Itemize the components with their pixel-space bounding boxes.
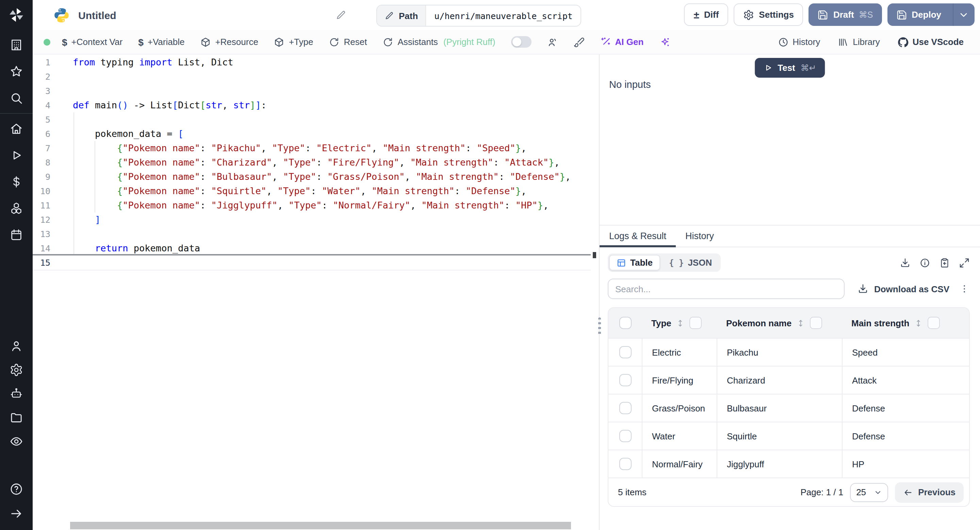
- row-checkbox[interactable]: [619, 402, 631, 414]
- sort-icon[interactable]: [796, 318, 805, 327]
- gear-icon: [743, 9, 754, 20]
- code-editor[interactable]: 1from typing import List, Dict234def mai…: [33, 54, 599, 530]
- code-line-9[interactable]: 9 {"Pokemon name": "Bulbasaur", "Type": …: [33, 170, 599, 184]
- settings-button[interactable]: Settings: [733, 3, 803, 26]
- column-filter-box[interactable]: [928, 317, 940, 329]
- code-line-3[interactable]: 3: [33, 84, 599, 98]
- row-checkbox[interactable]: [619, 374, 631, 386]
- download-icon[interactable]: [900, 257, 911, 268]
- help-icon[interactable]: [10, 482, 23, 496]
- info-icon[interactable]: [920, 257, 930, 268]
- search-icon[interactable]: [10, 91, 23, 105]
- view-toggle-table[interactable]: Table: [609, 255, 660, 270]
- reset-button[interactable]: Reset: [329, 37, 367, 47]
- code-line-1[interactable]: 1from typing import List, Dict: [33, 55, 599, 69]
- row-checkbox[interactable]: [619, 458, 631, 470]
- building-icon[interactable]: [10, 38, 23, 52]
- draft-button[interactable]: Draft ⌘S: [809, 3, 882, 26]
- line-number: 10: [33, 184, 50, 198]
- column-header-pokemon-name[interactable]: Pokemon name: [717, 317, 842, 329]
- add-type-button[interactable]: +Type: [274, 37, 313, 47]
- editor-split-line[interactable]: [33, 254, 591, 255]
- test-button[interactable]: Test ⌘↵: [754, 58, 825, 78]
- line-content: return pokemon_data: [73, 241, 200, 255]
- splitter-handle[interactable]: [598, 318, 601, 335]
- code-line-5[interactable]: 5: [33, 112, 599, 127]
- history-button[interactable]: History: [778, 37, 820, 47]
- row-checkbox[interactable]: [619, 346, 631, 358]
- clipboard-copy-icon[interactable]: [939, 257, 950, 268]
- line-content: {"Pokemon name": "Bulbasaur", "Type": "G…: [73, 170, 571, 184]
- dollar-icon[interactable]: [10, 175, 23, 189]
- page-size-select[interactable]: 25: [850, 483, 888, 502]
- ai-gen-button[interactable]: AI Gen: [600, 37, 644, 47]
- search-input[interactable]: [608, 279, 845, 299]
- table-cell: Charizard: [717, 367, 842, 394]
- result-table: Type Pokemon name Main strength: [608, 307, 970, 507]
- right-panel: Test ⌘↵ No inputs Logs & Result History: [600, 54, 980, 530]
- line-number: 11: [33, 198, 50, 212]
- line-content: ]: [73, 212, 100, 227]
- code-line-4[interactable]: 4def main() -> List[Dict[str, str]]:: [33, 98, 599, 112]
- assistants-label: Assistants: [398, 37, 438, 47]
- gear-icon[interactable]: [10, 363, 23, 377]
- windmill-logo[interactable]: [0, 0, 33, 30]
- kebab-menu-icon[interactable]: [959, 283, 970, 294]
- play-icon[interactable]: [10, 148, 23, 162]
- add-context-var-button[interactable]: $ +Context Var: [62, 37, 123, 47]
- code-line-6[interactable]: 6 pokemon_data = [: [33, 127, 599, 141]
- column-header-type[interactable]: Type: [642, 317, 717, 329]
- boxes-icon[interactable]: [10, 202, 23, 215]
- home-icon[interactable]: [10, 122, 23, 136]
- select-all-checkbox[interactable]: [619, 317, 631, 329]
- row-checkbox[interactable]: [619, 430, 631, 442]
- user-icon[interactable]: [10, 339, 23, 353]
- assistant-toggle[interactable]: [511, 36, 531, 48]
- column-filter-box[interactable]: [690, 317, 702, 329]
- sort-icon[interactable]: [914, 318, 923, 327]
- assistants-button[interactable]: Assistants (Pyright Ruff): [382, 37, 495, 47]
- column-header-main-strength[interactable]: Main strength: [842, 317, 969, 329]
- use-vscode-button[interactable]: Use VScode: [898, 37, 964, 47]
- sort-icon[interactable]: [676, 318, 685, 327]
- view-toggle-json[interactable]: { } JSON: [662, 255, 719, 270]
- code-line-13[interactable]: 13: [33, 227, 599, 241]
- add-variable-button[interactable]: $ +Variable: [138, 37, 185, 47]
- code-line-10[interactable]: 10 {"Pokemon name": "Squirtle", "Type": …: [33, 184, 599, 198]
- add-resource-button[interactable]: +Resource: [200, 37, 258, 47]
- expand-icon[interactable]: [959, 257, 970, 268]
- column-filter-box[interactable]: [810, 317, 822, 329]
- code-line-7[interactable]: 7 {"Pokemon name": "Pikachu", "Type": "E…: [33, 141, 599, 155]
- library-icon: [838, 37, 849, 47]
- calendar-icon[interactable]: [10, 228, 23, 242]
- code-line-11[interactable]: 11 {"Pokemon name": "Jigglypuff", "Type"…: [33, 198, 599, 212]
- draft-shortcut: ⌘S: [859, 10, 873, 20]
- folder-icon[interactable]: [10, 411, 23, 425]
- robot-icon[interactable]: [10, 387, 23, 401]
- code-line-14[interactable]: 14 return pokemon_data: [33, 241, 599, 255]
- diff-button[interactable]: ± Diff: [684, 3, 729, 26]
- user-voice-icon[interactable]: [547, 37, 558, 47]
- path-field[interactable]: Path u/henri/maneuverable_script: [376, 5, 582, 27]
- code-line-8[interactable]: 8 {"Pokemon name": "Charizard", "Type": …: [33, 155, 599, 170]
- horizontal-scrollbar[interactable]: [70, 522, 571, 529]
- edit-title-pencil-icon[interactable]: [336, 10, 347, 21]
- eye-icon[interactable]: [10, 435, 23, 448]
- star-icon[interactable]: [10, 65, 23, 78]
- library-button[interactable]: Library: [838, 37, 880, 47]
- code-line-15[interactable]: 15: [33, 255, 599, 270]
- arrow-right-icon[interactable]: [10, 507, 23, 520]
- download-csv-button[interactable]: Download as CSV: [858, 283, 950, 294]
- previous-page-button[interactable]: Previous: [895, 482, 964, 503]
- brush-icon[interactable]: [574, 37, 585, 47]
- sparkles-icon[interactable]: [659, 37, 670, 47]
- refresh-icon: [382, 37, 393, 47]
- table-cell: Bulbasaur: [717, 394, 842, 422]
- code-line-12[interactable]: 12 ]: [33, 212, 599, 227]
- line-number: 14: [33, 241, 50, 255]
- deploy-button[interactable]: Deploy: [887, 3, 975, 26]
- tab-logs-result[interactable]: Logs & Result: [600, 225, 676, 247]
- code-line-2[interactable]: 2: [33, 69, 599, 84]
- chevron-down-icon[interactable]: [958, 9, 969, 20]
- tab-history[interactable]: History: [676, 225, 724, 247]
